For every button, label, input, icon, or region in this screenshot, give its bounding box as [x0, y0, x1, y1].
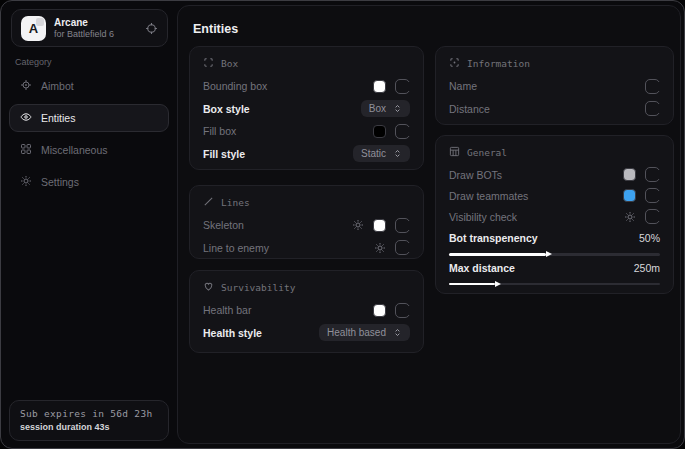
row-label: Bounding box — [203, 80, 267, 92]
slider-value: 50% — [639, 232, 660, 244]
health-bar-color-swatch[interactable] — [373, 304, 386, 317]
row-label: Health bar — [203, 304, 251, 316]
sidebar-item-miscellaneous[interactable]: Miscellaneous — [9, 136, 169, 164]
lines-card-header: Lines — [203, 196, 410, 209]
fill-box-color-swatch[interactable] — [373, 125, 386, 138]
dropdown-value: Static — [361, 148, 386, 159]
session-duration-text: session duration 43s — [20, 422, 158, 432]
card-title: Information — [467, 58, 530, 69]
visibility-check-settings-gear-icon[interactable] — [624, 211, 636, 223]
name-row: Name — [449, 75, 660, 98]
page-title: Entities — [193, 22, 238, 36]
row-label: Distance — [449, 103, 490, 115]
health-bar-row: Health bar — [203, 299, 410, 322]
card-title: General — [467, 147, 507, 158]
brand-avatar: A — [21, 16, 46, 41]
heart-icon — [203, 281, 214, 294]
sub-expiry-text: Sub expires in 56d 23h — [20, 408, 158, 419]
slider-value: 250m — [634, 262, 660, 274]
sidebar-item-label: Settings — [41, 176, 79, 188]
skeleton-color-swatch[interactable] — [373, 219, 386, 232]
distance-row: Distance — [449, 98, 660, 121]
draw-bots-row: Draw BOTs — [449, 164, 660, 185]
sidebar-item-aimbot[interactable]: Aimbot — [9, 72, 169, 100]
row-label: Draw BOTs — [449, 169, 502, 181]
row-label: Visibility check — [449, 211, 517, 223]
distance-checkbox[interactable] — [645, 101, 660, 116]
health-style-dropdown[interactable]: Health based — [319, 324, 410, 341]
bounding-box-row: Bounding box — [203, 75, 410, 98]
information-icon — [449, 57, 460, 70]
sidebar-item-entities[interactable]: Entities — [9, 104, 169, 132]
line-to-enemy-settings-gear-icon[interactable] — [374, 242, 386, 254]
bounding-box-color-swatch[interactable] — [373, 80, 386, 93]
brand-text: Arcane for Battlefield 6 — [54, 17, 114, 40]
fill-style-row: Fill style Static — [203, 143, 410, 166]
brand-card: A Arcane for Battlefield 6 — [11, 9, 168, 47]
draw-bots-color-swatch[interactable] — [623, 168, 636, 181]
sidebar-item-label: Miscellaneous — [41, 144, 108, 156]
row-label: Health style — [203, 327, 262, 339]
row-label: Line to enemy — [203, 242, 269, 254]
chevron-up-down-icon — [393, 104, 402, 113]
sidebar-item-label: Aimbot — [41, 80, 74, 92]
sidebar-item-settings[interactable]: Settings — [9, 168, 169, 196]
card-title: Box — [221, 58, 238, 69]
fill-style-dropdown[interactable]: Static — [353, 145, 410, 162]
row-label: Draw teammates — [449, 190, 528, 202]
health-bar-checkbox[interactable] — [395, 303, 410, 318]
brand-avatar-letter: A — [29, 21, 38, 36]
fill-box-checkbox[interactable] — [395, 124, 410, 139]
sidebar-nav: Aimbot Entities Miscellaneous — [9, 72, 169, 196]
row-label: Name — [449, 80, 477, 92]
row-label: Skeleton — [203, 219, 244, 231]
category-label: Category — [15, 57, 52, 67]
slider-label: Bot transpenency — [449, 232, 538, 244]
name-checkbox[interactable] — [645, 79, 660, 94]
draw-teammates-color-swatch[interactable] — [623, 189, 636, 202]
skeleton-row: Skeleton — [203, 214, 410, 237]
target-icon[interactable] — [145, 22, 158, 35]
box-card-header: Box — [203, 57, 410, 70]
box-style-dropdown[interactable]: Box — [361, 100, 410, 117]
card-title: Lines — [221, 197, 250, 208]
draw-teammates-row: Draw teammates — [449, 185, 660, 206]
skeleton-settings-gear-icon[interactable] — [352, 219, 364, 231]
bot-transparency-slider[interactable] — [449, 253, 660, 256]
lines-card: Lines Skeleton Line to enemy — [189, 185, 424, 259]
bot-transparency-group: Bot transpenency 50% — [449, 232, 660, 256]
slider-thumb[interactable] — [495, 281, 501, 287]
draw-teammates-checkbox[interactable] — [645, 188, 660, 203]
survivability-card-header: Survivability — [203, 281, 410, 294]
information-card-header: Information — [449, 57, 660, 70]
box-card: Box Bounding box Box style Box Fill box — [189, 46, 424, 170]
box-brackets-icon — [203, 57, 214, 70]
max-distance-slider[interactable] — [449, 283, 660, 286]
bounding-box-checkbox[interactable] — [395, 79, 410, 94]
survivability-card: Survivability Health bar Health style He… — [189, 270, 424, 353]
slider-thumb[interactable] — [546, 251, 552, 257]
row-label: Fill box — [203, 125, 236, 137]
brand-name: Arcane — [54, 17, 114, 29]
card-title: Survivability — [221, 282, 295, 293]
brand-subtitle: for Battlefield 6 — [54, 29, 114, 40]
subscription-card: Sub expires in 56d 23h session duration … — [9, 400, 169, 441]
main-panel: Entities Box Bounding box Box style — [177, 5, 681, 444]
line-to-enemy-checkbox[interactable] — [395, 240, 410, 255]
visibility-check-row: Visibility check — [449, 206, 660, 227]
grid-icon — [20, 143, 32, 157]
slider-label: Max distance — [449, 262, 515, 274]
general-card-header: General — [449, 146, 660, 159]
skeleton-checkbox[interactable] — [395, 218, 410, 233]
chevron-up-down-icon — [393, 328, 402, 337]
draw-bots-checkbox[interactable] — [645, 167, 660, 182]
health-style-row: Health style Health based — [203, 322, 410, 345]
row-label: Box style — [203, 103, 250, 115]
row-label: Fill style — [203, 148, 245, 160]
dropdown-value: Box — [369, 103, 386, 114]
visibility-check-checkbox[interactable] — [645, 209, 660, 224]
dropdown-value: Health based — [327, 327, 386, 338]
chevron-up-down-icon — [393, 149, 402, 158]
crosshair-icon — [20, 79, 32, 93]
sidebar-item-label: Entities — [41, 112, 75, 124]
